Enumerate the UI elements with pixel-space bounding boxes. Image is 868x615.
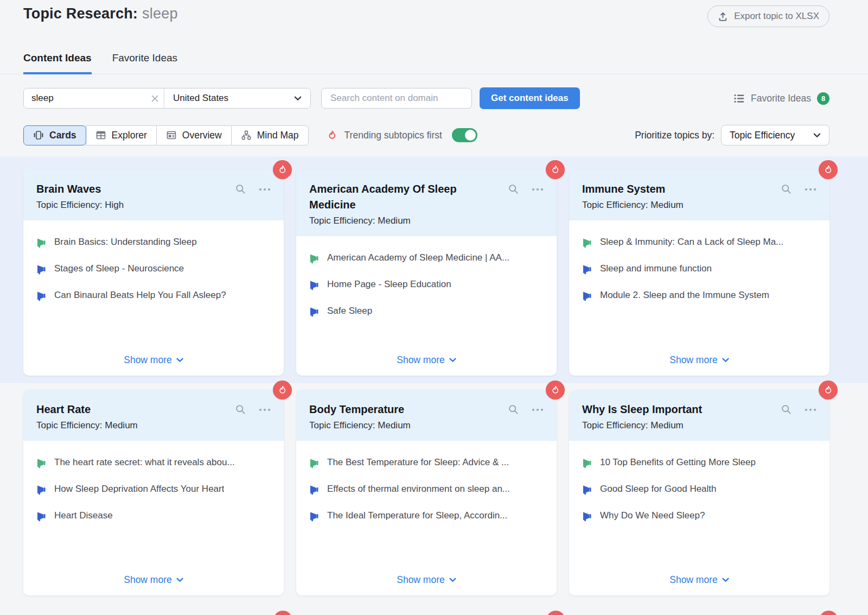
content-idea-item[interactable]: The heart rate secret: what it reveals a… <box>36 457 271 471</box>
tab-favorite-ideas[interactable]: Favorite Ideas <box>112 52 177 74</box>
content-idea-item[interactable]: Sleep & Immunity: Can a Lack of Sleep Ma… <box>582 237 816 250</box>
card-search-icon[interactable] <box>235 404 246 415</box>
topic-card-aasm: American Academy Of Sleep Medicine Topic… <box>296 169 557 376</box>
content-idea-item[interactable]: Stages of Sleep - Neuroscience <box>36 263 271 277</box>
card-search-icon[interactable] <box>508 404 519 415</box>
content-idea-text: The Best Temperature for Sleep: Advice &… <box>327 457 509 468</box>
content-idea-text: Effects of thermal environment on sleep … <box>327 484 510 494</box>
view-cards-button[interactable]: Cards <box>23 125 86 145</box>
card-idea-list: Sleep & Immunity: Can a Lack of Sleep Ma… <box>569 220 829 354</box>
chevron-down-icon <box>294 96 302 101</box>
card-more-icon[interactable] <box>805 183 816 195</box>
content-idea-item[interactable]: Safe Sleep <box>309 306 544 319</box>
content-idea-text: Stages of Sleep - Neuroscience <box>54 263 184 274</box>
show-more-link[interactable]: Show more <box>23 574 284 595</box>
mindmap-icon <box>241 130 252 141</box>
clear-query-icon[interactable] <box>145 88 164 108</box>
trending-flame-badge-peek <box>819 611 838 615</box>
card-search-icon[interactable] <box>508 183 519 195</box>
card-topic-efficiency: Topic Efficiency: Medium <box>36 420 271 431</box>
content-idea-text: Home Page - Sleep Education <box>327 279 451 290</box>
card-more-icon[interactable] <box>532 183 544 195</box>
content-idea-text: How Sleep Deprivation Affects Your Heart <box>54 484 224 494</box>
content-idea-text: Brain Basics: Understanding Sleep <box>54 237 197 248</box>
content-idea-item[interactable]: How Sleep Deprivation Affects Your Heart <box>36 484 271 497</box>
show-more-link[interactable]: Show more <box>296 574 557 595</box>
prioritize-select[interactable]: Topic Efficiency <box>721 125 829 145</box>
content-idea-text: Why Do We Need Sleep? <box>600 510 705 521</box>
topic-search-group: United States <box>23 88 311 109</box>
megaphone-icon <box>36 237 47 250</box>
content-idea-item[interactable]: Can Binaural Beats Help You Fall Asleep? <box>36 290 271 303</box>
topic-card-body-temperature: Body Temperature Topic Efficiency: Mediu… <box>296 390 557 595</box>
card-topic-efficiency: Topic Efficiency: Medium <box>582 420 816 431</box>
cards-row-2-wrap: Heart Rate Topic Efficiency: Medium The … <box>0 383 868 595</box>
content-idea-item[interactable]: Module 2. Sleep and the Immune System <box>582 290 816 303</box>
show-more-label: Show more <box>669 354 718 366</box>
content-idea-item[interactable]: Effects of thermal environment on sleep … <box>309 484 544 497</box>
trending-toggle-switch[interactable] <box>452 128 477 142</box>
prioritize-label: Prioritize topics by: <box>635 130 714 141</box>
favorite-ideas-link[interactable]: Favorite Ideas 8 <box>733 92 829 105</box>
card-actions <box>781 183 816 195</box>
content-idea-item[interactable]: Good Sleep for Good Health <box>582 484 816 497</box>
content-idea-item[interactable]: American Academy of Sleep Medicine | AA.… <box>309 252 544 266</box>
megaphone-icon <box>36 484 47 497</box>
card-actions <box>235 404 271 415</box>
view-mindmap-label: Mind Map <box>257 130 299 141</box>
content-idea-text: Can Binaural Beats Help You Fall Asleep? <box>54 290 226 301</box>
content-idea-item[interactable]: The Ideal Temperature for Sleep, Accordi… <box>309 510 544 524</box>
megaphone-icon <box>36 458 47 471</box>
card-header: Why Is Sleep Important Topic Efficiency:… <box>569 390 829 441</box>
get-content-ideas-button[interactable]: Get content ideas <box>480 87 580 109</box>
cards-icon <box>33 130 44 141</box>
content-idea-text: American Academy of Sleep Medicine | AA.… <box>327 252 509 263</box>
trending-flame-badge <box>819 381 838 400</box>
favorite-ideas-count-badge: 8 <box>817 92 829 105</box>
country-select[interactable]: United States <box>164 88 310 108</box>
view-switcher: Cards Explorer Overview <box>23 125 309 145</box>
view-overview-button[interactable]: Overview <box>156 125 232 145</box>
trending-flame-badge <box>273 160 292 179</box>
card-more-icon[interactable] <box>532 404 544 415</box>
content-idea-item[interactable]: Why Do We Need Sleep? <box>582 510 816 524</box>
export-topic-button[interactable]: Export topic to XLSX <box>707 5 829 27</box>
card-topic-efficiency: Topic Efficiency: Medium <box>582 200 816 211</box>
view-mindmap-button[interactable]: Mind Map <box>231 125 309 145</box>
megaphone-icon <box>582 237 593 250</box>
card-search-icon[interactable] <box>781 404 792 415</box>
content-idea-item[interactable]: Home Page - Sleep Education <box>309 279 544 293</box>
card-actions <box>508 404 544 415</box>
card-search-icon[interactable] <box>235 183 246 195</box>
topic-research-page: Topic Research:sleep Export topic to XLS… <box>0 0 868 615</box>
show-more-link[interactable]: Show more <box>23 354 284 376</box>
show-more-link[interactable]: Show more <box>296 354 557 376</box>
trending-flame-badge-peek <box>546 611 565 615</box>
domain-search-input[interactable] <box>321 88 472 109</box>
megaphone-icon <box>36 511 47 524</box>
topic-query-input[interactable] <box>24 88 145 108</box>
content-idea-text: Heart Disease <box>54 510 113 521</box>
card-topic-efficiency: Topic Efficiency: Medium <box>309 420 544 431</box>
topic-card-heart-rate: Heart Rate Topic Efficiency: Medium The … <box>23 390 284 595</box>
content-idea-item[interactable]: The Best Temperature for Sleep: Advice &… <box>309 457 544 471</box>
card-search-icon[interactable] <box>781 183 792 195</box>
view-explorer-button[interactable]: Explorer <box>86 125 157 145</box>
show-more-label: Show more <box>124 354 172 366</box>
megaphone-icon <box>309 484 320 497</box>
card-more-icon[interactable] <box>805 404 816 415</box>
card-more-icon[interactable] <box>259 404 271 415</box>
country-select-value: United States <box>173 93 228 104</box>
card-topic-efficiency: Topic Efficiency: High <box>36 200 271 211</box>
card-more-icon[interactable] <box>259 183 271 195</box>
prioritize-control: Prioritize topics by: Topic Efficiency <box>635 125 829 145</box>
content-idea-item[interactable]: 10 Top Benefits of Getting More Sleep <box>582 457 816 471</box>
show-more-link[interactable]: Show more <box>569 574 829 595</box>
show-more-label: Show more <box>124 574 172 586</box>
content-idea-item[interactable]: Heart Disease <box>36 510 271 524</box>
tab-content-ideas[interactable]: Content Ideas <box>23 52 92 74</box>
report-icon <box>166 130 177 141</box>
content-idea-item[interactable]: Sleep and immune function <box>582 263 816 277</box>
show-more-link[interactable]: Show more <box>569 354 829 376</box>
content-idea-item[interactable]: Brain Basics: Understanding Sleep <box>36 237 271 250</box>
